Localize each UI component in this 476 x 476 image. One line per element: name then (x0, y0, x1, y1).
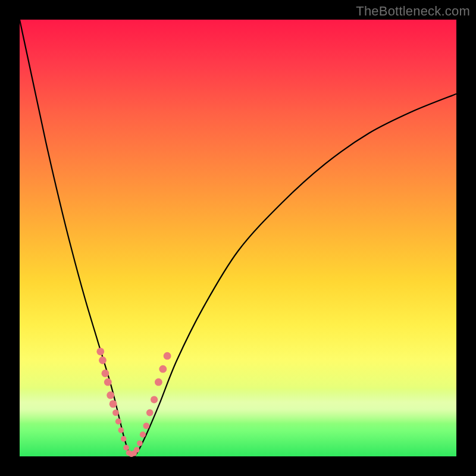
data-marker (107, 392, 114, 399)
data-marker (104, 378, 112, 386)
curve-svg (20, 20, 456, 456)
plot-area (20, 20, 456, 456)
data-marker (99, 356, 107, 364)
data-marker (115, 418, 121, 424)
data-marker (137, 440, 143, 446)
bottleneck-curve (20, 20, 456, 456)
data-marker (146, 409, 154, 416)
data-marker (140, 431, 146, 437)
data-marker (155, 378, 162, 386)
data-marker (151, 396, 158, 403)
data-marker (96, 347, 104, 355)
data-marker (121, 436, 127, 442)
data-marker (164, 352, 171, 360)
data-marker (118, 427, 124, 433)
data-marker (109, 400, 117, 408)
data-marker (112, 409, 119, 416)
data-marker (102, 369, 109, 377)
data-marker (134, 447, 140, 453)
watermark-text: TheBottleneck.com (356, 4, 470, 19)
data-marker (159, 365, 167, 373)
chart-frame: TheBottleneck.com (0, 0, 476, 476)
data-marker (123, 445, 129, 451)
data-marker (143, 422, 150, 429)
